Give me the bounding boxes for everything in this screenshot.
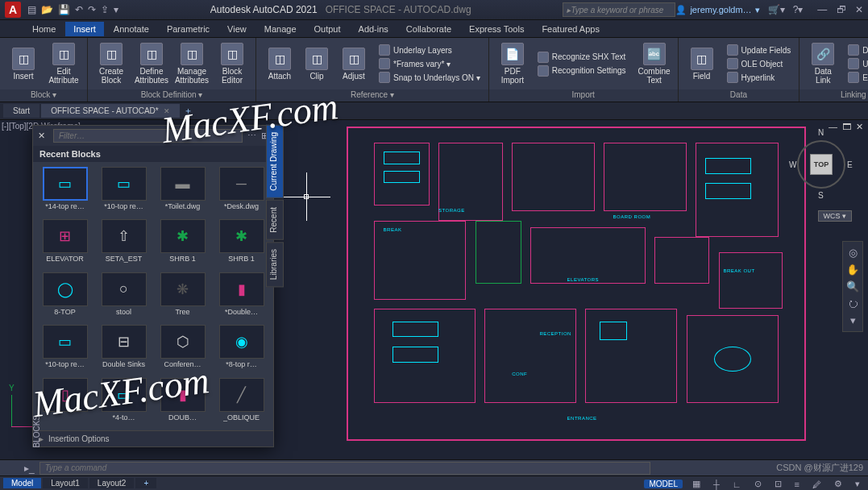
- tab-featured-apps[interactable]: Featured Apps: [534, 22, 608, 36]
- block-item[interactable]: ⇧SETA_EST: [95, 218, 152, 268]
- qat-redo-icon[interactable]: ↷: [88, 4, 96, 15]
- block-item[interactable]: ⬡Conferen…: [154, 323, 211, 374]
- layout-tab-model[interactable]: Model: [3, 478, 41, 488]
- tab-output[interactable]: Output: [306, 22, 349, 36]
- palette-close-icon[interactable]: ✕: [38, 131, 45, 141]
- add-layout-button[interactable]: +: [135, 478, 156, 488]
- insertion-options[interactable]: ▸Insertion Options: [33, 430, 273, 446]
- block-item[interactable]: ─*Desk.dwg: [213, 165, 270, 216]
- block-item[interactable]: ✱SHRB 1: [154, 218, 211, 268]
- restore-button[interactable]: 🗗: [837, 4, 846, 15]
- polar-icon[interactable]: ⊙: [751, 479, 765, 489]
- adjust-button[interactable]: ◫Adjust: [335, 46, 372, 82]
- status-more-icon[interactable]: ▾: [852, 479, 863, 489]
- block-item[interactable]: ▯: [36, 376, 93, 427]
- combine-text-button[interactable]: 🔤Combine Text: [636, 41, 673, 86]
- help-search[interactable]: ▸ Type a keyword or phrase: [563, 2, 675, 17]
- manage-attributes-button[interactable]: ◫ManageAttributes: [173, 41, 210, 86]
- tab-add-ins[interactable]: Add-ins: [351, 22, 397, 36]
- palette-tab-current-drawing[interactable]: Current Drawing: [266, 125, 284, 198]
- block-item[interactable]: ◉*8-top r…: [213, 323, 270, 374]
- tab-manage[interactable]: Manage: [256, 22, 305, 36]
- tab-view[interactable]: View: [219, 22, 255, 36]
- layout-tab-layout2[interactable]: Layout2: [89, 478, 135, 488]
- update-fields-button[interactable]: Update Fields: [724, 44, 795, 56]
- qat-open-icon[interactable]: 📂: [41, 4, 53, 15]
- block-item[interactable]: ▮*Double…: [213, 271, 270, 322]
- create-block-button[interactable]: ◫CreateBlock: [93, 41, 130, 86]
- command-input[interactable]: [39, 462, 650, 475]
- close-button[interactable]: ✕: [855, 4, 863, 15]
- nav-pan-icon[interactable]: ✋: [846, 264, 859, 276]
- underlay-layers-button[interactable]: Underlay Layers: [376, 44, 484, 56]
- define-attributes-button[interactable]: ◫DefineAttributes: [133, 41, 170, 86]
- close-icon[interactable]: ✕: [164, 107, 170, 115]
- block-item[interactable]: ⊟Double Sinks: [95, 323, 152, 374]
- attach-button[interactable]: ◫Attach: [261, 46, 298, 82]
- tab-home[interactable]: Home: [24, 22, 64, 36]
- clip-button[interactable]: ◫Clip: [298, 46, 335, 82]
- minimize-button[interactable]: —: [817, 4, 827, 15]
- block-item[interactable]: ○stool: [95, 271, 152, 322]
- tab-insert[interactable]: Insert: [65, 22, 104, 36]
- vp-close-icon[interactable]: ✕: [856, 122, 863, 132]
- app-logo[interactable]: A: [5, 2, 21, 18]
- block-item[interactable]: ▭*14-top re…: [36, 165, 93, 216]
- user-menu[interactable]: 👤 jeremy.goldm… ▾: [675, 5, 759, 15]
- snap-to-underlays-on--button[interactable]: Snap to Underlays ON ▾: [376, 71, 484, 84]
- qat-undo-icon[interactable]: ↶: [75, 4, 83, 15]
- nav-wheel-icon[interactable]: ◎: [849, 247, 858, 259]
- nav-orbit-icon[interactable]: ⭮: [848, 297, 858, 309]
- pdf-import-button[interactable]: 📄PDFImport: [494, 41, 531, 86]
- data-link-button[interactable]: 🔗DataLink: [804, 41, 841, 86]
- edit-attribute-button[interactable]: ◫EditAttribute: [45, 41, 82, 86]
- upload-to-source-button[interactable]: Upload to Source: [845, 57, 868, 70]
- block-item[interactable]: ▮DOUB…: [154, 376, 211, 427]
- extract-data-button[interactable]: Extract Data: [845, 71, 868, 84]
- snap-icon[interactable]: ┼: [710, 480, 723, 489]
- block-item[interactable]: ╱_OBLIQUE: [213, 376, 270, 427]
- viewcube[interactable]: TOP N S E W: [789, 128, 853, 201]
- block-item[interactable]: ◯8-TOP: [36, 271, 93, 322]
- tab-drawing[interactable]: OFFICE SPACE - AUTOCAD*✕: [41, 104, 180, 118]
- grid-icon[interactable]: ▦: [689, 479, 704, 489]
- model-viewport[interactable]: [-][Top][2D Wireframe] —🗖✕ STORAGE BREAK…: [0, 120, 868, 459]
- tab-express-tools[interactable]: Express Tools: [461, 22, 532, 36]
- qat-menu-icon[interactable]: ▤: [27, 4, 36, 15]
- block-item[interactable]: ❋Tree: [154, 271, 211, 322]
- ole-object-button[interactable]: OLE Object: [724, 57, 795, 70]
- download-from-source-button[interactable]: Download from Source: [845, 44, 868, 56]
- recognize-shx-text-button[interactable]: Recognize SHX Text: [534, 51, 629, 64]
- osnap-icon[interactable]: ⊡: [771, 479, 785, 489]
- tab-parametric[interactable]: Parametric: [159, 22, 218, 36]
- wcs-dropdown[interactable]: WCS ▾: [818, 210, 853, 222]
- gear-icon[interactable]: ⚙: [831, 479, 845, 489]
- layout-tab-layout1[interactable]: Layout1: [43, 478, 88, 488]
- block-item[interactable]: ▭*10-top re…: [36, 323, 93, 374]
- blocks-browse-icon[interactable]: ⋯: [247, 131, 256, 141]
- blocks-filter-input[interactable]: [53, 129, 243, 143]
- block-item[interactable]: ✱SHRB 1: [213, 218, 270, 268]
- field-button[interactable]: ◫Field: [683, 46, 721, 82]
- nav-more-icon[interactable]: ▾: [850, 314, 856, 326]
- cmd-prompt-icon[interactable]: ▸_: [24, 463, 35, 474]
- anno-icon[interactable]: 🖉: [809, 480, 824, 489]
- block-item[interactable]: ▭*10-top re…: [95, 165, 152, 216]
- cart-icon[interactable]: 🛒▾: [768, 4, 785, 15]
- recognition-settings-button[interactable]: Recognition Settings: [534, 64, 629, 77]
- lwt-icon[interactable]: ≡: [791, 480, 803, 489]
- help-icon[interactable]: ?▾: [793, 4, 804, 15]
- tab-annotate[interactable]: Annotate: [106, 22, 157, 36]
- insert-button[interactable]: ◫Insert: [5, 46, 42, 82]
- block-editor-button[interactable]: ◫BlockEditor: [214, 41, 251, 86]
- qat-share-icon[interactable]: ⇪: [101, 4, 109, 15]
- nav-zoom-icon[interactable]: 🔍: [846, 280, 859, 293]
- -frames-vary--button[interactable]: *Frames vary* ▾: [376, 57, 484, 70]
- tab-collaborate[interactable]: Collaborate: [398, 22, 459, 36]
- add-tab-button[interactable]: ＋: [181, 104, 196, 118]
- palette-tab-recent[interactable]: Recent: [266, 200, 284, 240]
- tab-start[interactable]: Start: [3, 104, 39, 118]
- block-item[interactable]: ▬*Toilet.dwg: [154, 165, 211, 216]
- palette-tab-libraries[interactable]: Libraries: [266, 242, 284, 287]
- ortho-icon[interactable]: ∟: [729, 480, 745, 489]
